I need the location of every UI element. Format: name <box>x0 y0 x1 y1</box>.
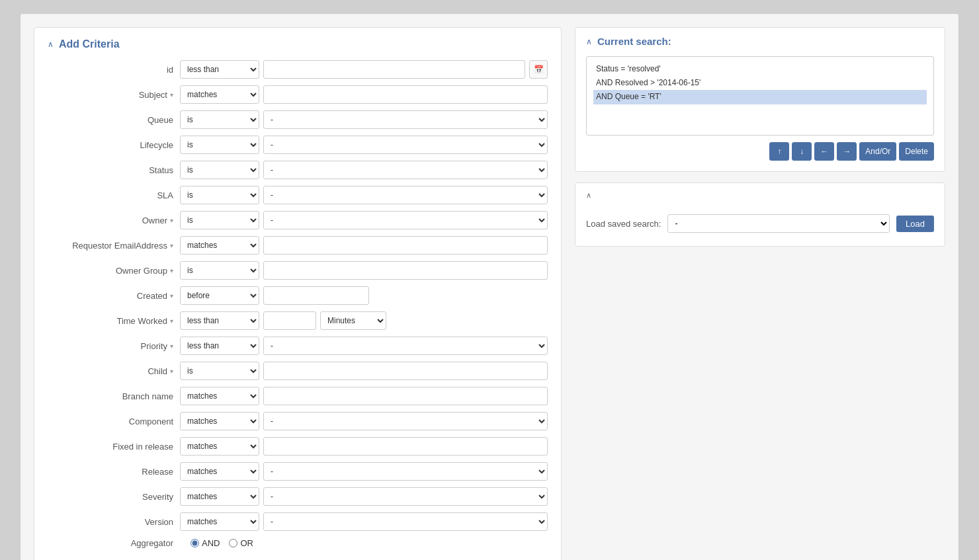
nav-up-button[interactable]: ↑ <box>769 142 789 161</box>
op-owner[interactable]: is is not <box>180 211 259 229</box>
op-select-release[interactable]: matches does not match <box>180 462 259 481</box>
op-version[interactable]: matches does not match <box>180 512 259 531</box>
op-select-id[interactable]: less than greater than equals <box>180 60 259 79</box>
input-owner-group[interactable] <box>263 261 548 280</box>
label-requestor-email: Requestor EmailAddress ▾ <box>48 241 180 251</box>
op-select-lifecycle[interactable]: is is not <box>180 136 259 154</box>
op-select-owner[interactable]: is is not <box>180 211 259 229</box>
criteria-row-owner: Owner ▾ is is not - <box>48 210 548 230</box>
priority-label-arrow[interactable]: ▾ <box>170 342 173 350</box>
search-line-1: AND Resolved > '2014-06-15' <box>593 76 927 90</box>
val-lifecycle: - <box>263 136 548 154</box>
subject-label-arrow[interactable]: ▾ <box>170 91 173 99</box>
current-search-chevron[interactable]: ∧ <box>586 37 592 46</box>
op-select-created[interactable]: before after equals <box>180 286 259 305</box>
input-time-worked[interactable] <box>263 311 316 330</box>
op-select-severity[interactable]: matches does not match <box>180 487 259 506</box>
op-select-subject[interactable]: matches does not match equals <box>180 85 259 104</box>
op-select-owner-group[interactable]: is is not <box>180 261 259 280</box>
label-priority: Priority ▾ <box>48 341 180 351</box>
op-select-requestor-email[interactable]: matches does not match <box>180 236 259 255</box>
select-owner[interactable]: - <box>263 211 548 229</box>
criteria-row-branch-name: Branch name matches does not match <box>48 386 548 406</box>
owner-group-label-arrow[interactable]: ▾ <box>170 267 173 274</box>
select-queue[interactable]: - <box>263 110 548 129</box>
label-owner-group: Owner Group ▾ <box>48 266 180 276</box>
op-release[interactable]: matches does not match <box>180 462 259 481</box>
select-release[interactable]: - <box>263 462 548 481</box>
select-component[interactable]: - <box>263 412 548 430</box>
input-created[interactable] <box>263 286 369 305</box>
op-select-component[interactable]: matches does not match <box>180 412 259 430</box>
op-owner-group[interactable]: is is not <box>180 261 259 280</box>
criteria-row-id: id less than greater than equals 📅 <box>48 60 548 79</box>
radio-and[interactable]: AND <box>191 538 220 548</box>
op-requestor-email[interactable]: matches does not match <box>180 236 259 255</box>
op-select-priority[interactable]: less than greater than equals <box>180 337 259 355</box>
requestor-email-label-arrow[interactable]: ▾ <box>170 242 173 249</box>
op-select-time-worked[interactable]: less than greater than equals <box>180 311 259 330</box>
input-fixed-in-release[interactable] <box>263 437 548 456</box>
select-sla[interactable]: - <box>263 186 548 204</box>
op-select-status[interactable]: is is not <box>180 161 259 179</box>
op-select-sla[interactable]: is is not <box>180 186 259 204</box>
radio-or[interactable]: OR <box>229 538 253 548</box>
label-owner: Owner ▾ <box>48 216 180 225</box>
select-version[interactable]: - <box>263 512 548 531</box>
time-worked-label-arrow[interactable]: ▾ <box>170 317 173 325</box>
op-fixed-in-release[interactable]: matches does not match <box>180 437 259 456</box>
calendar-icon[interactable]: 📅 <box>529 60 548 79</box>
search-line-0: Status = 'resolved' <box>593 62 927 76</box>
aggregator-row: Aggregator AND OR <box>48 538 548 548</box>
input-subject[interactable] <box>263 85 548 104</box>
select-severity[interactable]: - <box>263 487 548 506</box>
load-search-select[interactable]: - <box>667 214 890 233</box>
op-component[interactable]: matches does not match <box>180 412 259 430</box>
input-child[interactable] <box>263 362 548 380</box>
radio-and-input[interactable] <box>191 539 199 547</box>
load-search-chevron[interactable]: ∧ <box>586 191 591 200</box>
input-requestor-email[interactable] <box>263 236 548 255</box>
op-severity[interactable]: matches does not match <box>180 487 259 506</box>
select-status[interactable]: - <box>263 161 548 179</box>
input-branch-name[interactable] <box>263 387 548 405</box>
op-branch-name[interactable]: matches does not match <box>180 387 259 405</box>
select-lifecycle[interactable]: - <box>263 136 548 154</box>
val-queue: - <box>263 110 548 129</box>
delete-button[interactable]: Delete <box>899 142 934 161</box>
select-priority[interactable]: - <box>263 337 548 355</box>
criteria-row-status: Status is is not - <box>48 160 548 180</box>
created-label-arrow[interactable]: ▾ <box>170 292 173 300</box>
op-child[interactable]: is is not <box>180 362 259 380</box>
op-select-fixed-in-release[interactable]: matches does not match <box>180 437 259 456</box>
op-queue[interactable]: is is not <box>180 110 259 129</box>
search-display: Status = 'resolved' AND Resolved > '2014… <box>586 56 934 136</box>
op-lifecycle[interactable]: is is not <box>180 136 259 154</box>
owner-label-arrow[interactable]: ▾ <box>170 217 173 224</box>
nav-down-button[interactable]: ↓ <box>792 142 812 161</box>
aggregator-label: Aggregator <box>48 538 180 548</box>
op-created[interactable]: before after equals <box>180 286 259 305</box>
op-time-worked[interactable]: less than greater than equals <box>180 311 259 330</box>
criteria-row-component: Component matches does not match - <box>48 411 548 431</box>
nav-left-button[interactable]: ← <box>814 142 834 161</box>
child-label-arrow[interactable]: ▾ <box>170 368 173 375</box>
op-select-branch-name[interactable]: matches does not match <box>180 387 259 405</box>
collapse-chevron[interactable]: ∧ <box>48 40 54 49</box>
and-or-button[interactable]: And/Or <box>859 142 896 161</box>
op-select-child[interactable]: is is not <box>180 362 259 380</box>
op-id[interactable]: less than greater than equals <box>180 60 259 79</box>
op-priority[interactable]: less than greater than equals <box>180 337 259 355</box>
select-time-unit[interactable]: Minutes Hours Days <box>320 311 386 330</box>
op-select-version[interactable]: matches does not match <box>180 512 259 531</box>
criteria-row-fixed-in-release: Fixed in release matches does not match <box>48 436 548 456</box>
op-sla[interactable]: is is not <box>180 186 259 204</box>
op-subject[interactable]: matches does not match equals <box>180 85 259 104</box>
load-button[interactable]: Load <box>896 216 934 232</box>
input-id[interactable] <box>263 60 525 79</box>
nav-right-button[interactable]: → <box>837 142 857 161</box>
op-select-queue[interactable]: is is not <box>180 110 259 129</box>
op-status[interactable]: is is not <box>180 161 259 179</box>
val-time-worked: Minutes Hours Days <box>263 311 548 330</box>
radio-or-input[interactable] <box>229 539 237 547</box>
